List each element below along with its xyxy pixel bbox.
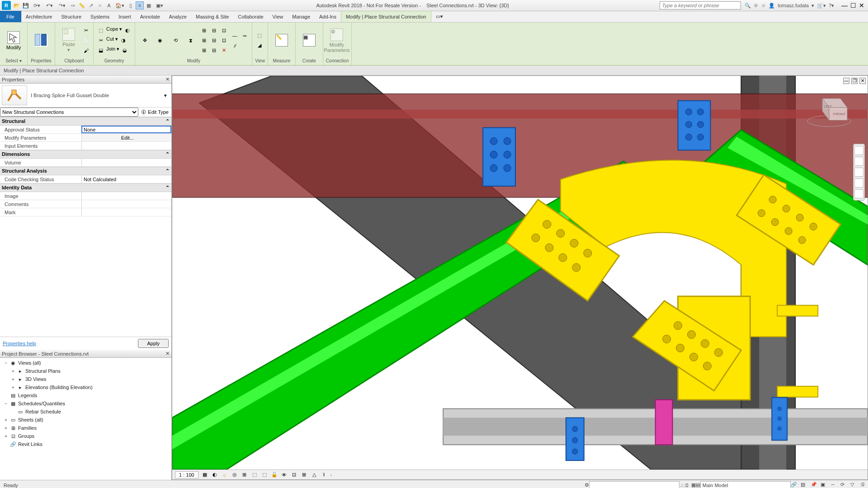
property-value[interactable]: Edit... bbox=[81, 134, 171, 141]
worksharing-display-icon[interactable]: ⊞ bbox=[301, 471, 308, 479]
property-group-header[interactable]: Dimensions⌃ bbox=[0, 150, 171, 159]
worksets-icon[interactable]: ⚙ bbox=[585, 482, 589, 488]
align-icon[interactable]: ⊞ bbox=[199, 26, 208, 35]
reveal-hidden-icon[interactable]: ⊡ bbox=[291, 471, 298, 479]
detail-level-icon[interactable]: ▦ bbox=[201, 471, 208, 479]
tree-node[interactable]: +⊞Families bbox=[2, 424, 170, 432]
properties-button[interactable] bbox=[30, 24, 52, 57]
property-row[interactable]: Mark bbox=[0, 208, 171, 216]
visual-style-icon[interactable]: ◐ bbox=[211, 471, 218, 479]
override-icon[interactable]: ◢ bbox=[255, 41, 264, 50]
group-icon[interactable]: ⊟ bbox=[209, 46, 218, 55]
select-face-icon[interactable]: ▣ bbox=[821, 482, 828, 488]
paste-aligned-icon[interactable]: 🖌 bbox=[81, 46, 90, 55]
measure-button[interactable]: 📏 bbox=[271, 24, 292, 57]
tree-node[interactable]: −▦Schedules/Quantities bbox=[2, 399, 170, 408]
property-row[interactable]: Image bbox=[0, 192, 171, 200]
copy-icon[interactable]: ⊞ bbox=[199, 46, 208, 55]
tab-architecture[interactable]: Architecture bbox=[21, 11, 57, 22]
tab-annotate[interactable]: Annotate bbox=[136, 11, 165, 22]
property-value[interactable]: None bbox=[81, 126, 171, 133]
match-type-icon[interactable]: ✂ bbox=[81, 26, 90, 35]
type-selector[interactable]: I Bracing Splice Full Gusset Double ▾ bbox=[0, 84, 171, 108]
reveal-constraints-icon[interactable]: ⫴ bbox=[321, 471, 328, 479]
apply-button[interactable]: Apply bbox=[138, 339, 169, 348]
look-icon[interactable] bbox=[854, 189, 863, 198]
cope-button[interactable]: ⬚ bbox=[96, 26, 105, 35]
crop-view-icon[interactable]: ⬚ bbox=[251, 471, 258, 479]
property-group-header[interactable]: Structural Analysis⌃ bbox=[0, 167, 171, 175]
properties-help-link[interactable]: Properties help bbox=[3, 341, 36, 346]
pan-icon[interactable] bbox=[854, 157, 863, 166]
tab-modify-place-connection[interactable]: Modify | Place Structural Connection bbox=[341, 11, 431, 22]
design-options-combo[interactable]: Main Model bbox=[700, 481, 791, 488]
project-browser-header[interactable]: Project Browser - Steel Connections.rvt … bbox=[0, 350, 171, 358]
select-underlay-icon[interactable]: ▨ bbox=[801, 482, 808, 488]
project-browser-tree[interactable]: −◉Views (all)+▸Structural Plans+▸3D View… bbox=[0, 358, 171, 480]
property-row[interactable]: Comments bbox=[0, 200, 171, 208]
property-value[interactable]: Not Calculated bbox=[81, 175, 171, 183]
tree-node[interactable]: +⊡Groups bbox=[2, 432, 170, 440]
close-hidden-icon[interactable]: ▦ bbox=[145, 1, 153, 9]
copy-clipboard-icon[interactable]: 📄 bbox=[81, 36, 90, 45]
3d-viewport[interactable]: — ❐ ✕ LEFT FRONT bbox=[172, 75, 868, 480]
properties-palette-header[interactable]: Properties ✕ bbox=[0, 75, 171, 84]
extend-single-icon[interactable]: ═ bbox=[240, 31, 249, 40]
property-row[interactable]: Approval StatusNone bbox=[0, 126, 171, 134]
property-group-header[interactable]: Identity Data⌃ bbox=[0, 183, 171, 192]
property-value[interactable] bbox=[81, 142, 171, 150]
tab-structure[interactable]: Structure bbox=[57, 11, 86, 22]
property-value[interactable] bbox=[81, 192, 171, 200]
background-processes-icon[interactable]: ⟳ bbox=[840, 482, 848, 488]
tree-node[interactable]: +▸Structural Plans bbox=[2, 367, 170, 375]
crop-region-icon[interactable]: ⬚ bbox=[261, 471, 268, 479]
open-icon[interactable]: 📂 bbox=[13, 1, 21, 9]
array-icon[interactable]: ⊞ bbox=[199, 36, 208, 45]
tree-node[interactable]: ▤Legends bbox=[2, 391, 170, 399]
view-restore-icon[interactable]: ❐ bbox=[851, 78, 858, 84]
close-window-icon[interactable]: ✕ bbox=[859, 2, 864, 9]
section-box-icon[interactable]: ▯ bbox=[127, 1, 135, 9]
join-button[interactable]: ⬓ bbox=[96, 46, 105, 55]
subscription-icon[interactable]: ⛭ bbox=[754, 3, 759, 8]
zoom-icon[interactable] bbox=[854, 168, 863, 177]
move-icon[interactable]: ✥ bbox=[138, 34, 151, 47]
split-icon[interactable]: ⊡ bbox=[219, 26, 228, 35]
temp-hide-icon[interactable]: 👁 bbox=[281, 471, 288, 479]
sync-icon[interactable]: ⟳▾ bbox=[31, 1, 42, 9]
help-icon[interactable]: ?▾ bbox=[829, 3, 834, 9]
property-value[interactable] bbox=[81, 159, 171, 166]
modify-button[interactable]: Modify bbox=[3, 24, 24, 57]
delete-icon[interactable]: ✕ bbox=[219, 46, 228, 55]
cope-notch-icon[interactable]: ◐ bbox=[123, 26, 132, 35]
main-model-icon[interactable]: ▤ bbox=[696, 482, 700, 488]
user-icon[interactable]: 👤 bbox=[769, 3, 775, 9]
search-glyph-icon[interactable]: 🔍 bbox=[745, 3, 751, 9]
file-tab[interactable]: File bbox=[0, 11, 21, 22]
shadows-icon[interactable]: ◎ bbox=[231, 471, 238, 479]
sun-path-icon[interactable]: ☼ bbox=[221, 471, 228, 479]
undo-icon[interactable]: ↶▾ bbox=[43, 1, 55, 9]
minimize-icon[interactable]: — bbox=[841, 2, 848, 9]
unlock-3d-icon[interactable]: 🔓 bbox=[271, 471, 278, 479]
property-row[interactable]: Code Checking StatusNot Calculated bbox=[0, 175, 171, 183]
steering-wheel-icon[interactable] bbox=[854, 146, 863, 155]
select-pinned-icon[interactable]: 📌 bbox=[811, 482, 818, 488]
print-icon[interactable]: ⇨ bbox=[69, 1, 77, 9]
cut-button[interactable]: ✂ bbox=[96, 36, 105, 45]
pin-icon[interactable]: ⊡ bbox=[219, 36, 228, 45]
design-options-icon[interactable]: ▦ bbox=[691, 482, 696, 488]
view-scale[interactable]: 1 : 100 bbox=[175, 471, 198, 479]
view-minimize-icon[interactable]: — bbox=[843, 78, 849, 84]
default-3d-view-icon[interactable]: 🏠▾ bbox=[114, 1, 126, 9]
property-group-header[interactable]: Structural⌃ bbox=[0, 117, 171, 126]
tree-node[interactable]: +▸Elevations (Building Elevation) bbox=[2, 383, 170, 391]
scale-icon[interactable]: ⊟ bbox=[209, 36, 218, 45]
tree-node[interactable]: ▭Rebar Schedule bbox=[2, 408, 170, 416]
exchange-apps-icon[interactable]: 🛒▾ bbox=[817, 3, 826, 9]
tree-node[interactable]: 🔗Revit Links bbox=[2, 440, 170, 448]
render-dialog-icon[interactable]: ⊞ bbox=[241, 471, 248, 479]
view-cube[interactable]: LEFT FRONT bbox=[804, 89, 854, 130]
tree-node[interactable]: −◉Views (all) bbox=[2, 359, 170, 367]
editable-only-icon[interactable]: ⛬ bbox=[679, 483, 684, 488]
